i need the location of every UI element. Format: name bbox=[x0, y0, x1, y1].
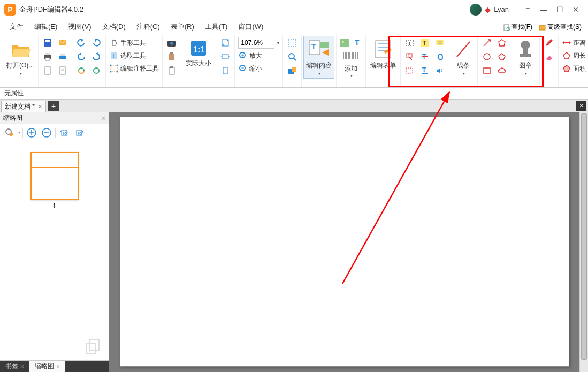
redo-button[interactable] bbox=[89, 36, 103, 49]
attachment-annot-button[interactable] bbox=[433, 50, 447, 63]
menu-form[interactable]: 表单(R) bbox=[165, 20, 200, 34]
stamp-button[interactable]: 图章 ▾ bbox=[514, 36, 537, 78]
canvas-area[interactable] bbox=[109, 112, 588, 372]
pencil-button[interactable] bbox=[542, 36, 556, 49]
zoom-out-button[interactable]: 缩小 bbox=[237, 62, 263, 75]
svg-rect-11 bbox=[45, 67, 50, 74]
page-canvas[interactable] bbox=[120, 117, 569, 367]
blank-button[interactable] bbox=[41, 64, 55, 77]
hand-tool[interactable]: 手形工具 bbox=[108, 36, 147, 49]
menu-comment[interactable]: 注释(C) bbox=[131, 20, 165, 34]
chevron-down-icon[interactable]: ▾ bbox=[277, 41, 279, 45]
add-text-button[interactable]: T bbox=[352, 36, 363, 49]
callout-annot-button[interactable]: T bbox=[403, 50, 417, 63]
pentagon-shape-button[interactable] bbox=[495, 36, 509, 49]
minimize-button[interactable]: — bbox=[536, 2, 552, 18]
menu-tools[interactable]: 工具(T) bbox=[200, 20, 233, 34]
close-icon[interactable]: × bbox=[56, 363, 60, 370]
add-barcode-button[interactable] bbox=[339, 49, 363, 62]
rotate-left-button[interactable] bbox=[74, 50, 88, 63]
mail-button[interactable] bbox=[56, 36, 70, 49]
textbox-annot-button[interactable]: T bbox=[403, 36, 417, 49]
zoom-in-button[interactable]: 放大 bbox=[237, 49, 263, 62]
distance-button[interactable]: 距离 bbox=[561, 36, 587, 49]
menu-button[interactable]: ≡ bbox=[520, 2, 536, 18]
add-image-button[interactable] bbox=[339, 36, 350, 49]
zoom-input[interactable] bbox=[238, 37, 274, 49]
underline-annot-button[interactable]: T bbox=[418, 64, 432, 77]
sidebar-zoomin-button[interactable] bbox=[25, 126, 38, 139]
fit-page-button[interactable] bbox=[218, 36, 232, 49]
pan-button[interactable] bbox=[285, 64, 299, 77]
close-icon[interactable]: × bbox=[20, 363, 24, 370]
area-button[interactable]: 面积 bbox=[561, 62, 587, 75]
note-annot-button[interactable] bbox=[433, 36, 447, 49]
new-tab-button[interactable]: + bbox=[48, 101, 59, 111]
select-tool[interactable]: T 选取工具 bbox=[108, 49, 147, 62]
menu-document[interactable]: 文档(D) bbox=[97, 20, 131, 34]
sidebar-rotleft-button[interactable]: 90° bbox=[58, 126, 71, 139]
edit-content-button[interactable]: T 编辑内容 ▾ bbox=[304, 36, 334, 78]
sidebar-tab-thumbs[interactable]: 缩略图 × bbox=[29, 361, 65, 372]
fit-width-button[interactable] bbox=[218, 50, 232, 63]
svg-text:T: T bbox=[408, 54, 410, 57]
folder-search-icon bbox=[539, 24, 546, 31]
menu-window[interactable]: 窗口(W) bbox=[233, 20, 269, 34]
clipboard-button[interactable] bbox=[165, 50, 179, 63]
close-tab-icon[interactable]: × bbox=[38, 102, 42, 111]
gear-icon bbox=[5, 128, 14, 138]
marquee-zoom-button[interactable] bbox=[285, 36, 299, 49]
advanced-find-button[interactable]: 高级查找(S) bbox=[537, 21, 584, 33]
rect-shape-button[interactable] bbox=[480, 64, 494, 77]
sync-button[interactable] bbox=[74, 64, 88, 77]
menu-edit[interactable]: 编辑(E) bbox=[29, 20, 63, 34]
print-button[interactable] bbox=[41, 50, 55, 63]
lines-button[interactable]: 线条 ▾ bbox=[452, 36, 475, 78]
sidebar-settings-button[interactable] bbox=[3, 126, 16, 139]
open-button[interactable]: 打开(O)... ▾ bbox=[4, 36, 36, 78]
edit-form-button[interactable]: 编辑表单 bbox=[368, 36, 398, 72]
thumbnail-item[interactable]: 1 bbox=[30, 152, 79, 210]
avatar[interactable] bbox=[470, 4, 482, 16]
sidebar-zoomout-button[interactable] bbox=[40, 126, 53, 139]
vertical-scrollbar[interactable] bbox=[579, 112, 588, 372]
refresh-button[interactable] bbox=[89, 64, 103, 77]
circle-shape-button[interactable] bbox=[480, 50, 494, 63]
typewriter-annot-button[interactable]: T bbox=[403, 64, 417, 77]
chevron-down-icon[interactable]: ▾ bbox=[18, 130, 20, 135]
cloud-shape-button[interactable] bbox=[495, 64, 509, 77]
strikeout-annot-button[interactable]: T bbox=[418, 50, 432, 63]
actual-size-button[interactable]: 1:1 实际大小 bbox=[184, 36, 213, 70]
highlight-annot-button[interactable]: T bbox=[418, 36, 432, 49]
clipboard2-button[interactable] bbox=[165, 64, 179, 77]
pentagon2-shape-button[interactable] bbox=[495, 50, 509, 63]
sidebar-close-icon[interactable]: × bbox=[102, 115, 105, 122]
page-button[interactable] bbox=[56, 64, 70, 77]
camera-button[interactable] bbox=[165, 36, 179, 49]
scan-button[interactable] bbox=[56, 50, 70, 63]
save-button[interactable] bbox=[41, 36, 55, 49]
sidebar-tab-bookmark[interactable]: 书签 × bbox=[0, 361, 29, 372]
scroll-thumb[interactable] bbox=[581, 113, 587, 360]
fit-height-button[interactable] bbox=[218, 64, 232, 77]
find-button[interactable]: 查找(F) bbox=[501, 21, 534, 33]
sidebar-rotright-button[interactable]: 90° bbox=[73, 126, 86, 139]
sound-annot-button[interactable] bbox=[433, 64, 447, 77]
close-panel-button[interactable]: ✕ bbox=[576, 101, 586, 111]
rotate-right-button[interactable] bbox=[89, 50, 103, 63]
loupe-button[interactable] bbox=[285, 50, 299, 63]
menu-view[interactable]: 视图(V) bbox=[63, 20, 96, 34]
maximize-button[interactable]: ☐ bbox=[552, 2, 568, 18]
eraser-button[interactable] bbox=[542, 50, 556, 63]
undo-button[interactable] bbox=[74, 36, 88, 49]
chevron-down-icon: ▾ bbox=[318, 71, 320, 76]
edit-annot-tool[interactable]: 编辑注释工具 bbox=[108, 62, 160, 75]
menu-file[interactable]: 文件 bbox=[4, 20, 29, 34]
document-tab[interactable]: 新建文档 * × bbox=[1, 101, 46, 112]
thumbnails-list[interactable]: 1 bbox=[0, 141, 109, 360]
perimeter-button[interactable]: 周长 bbox=[561, 49, 587, 62]
arrow-shape-button[interactable] bbox=[480, 36, 494, 49]
user-area[interactable]: ◆ Lyan bbox=[470, 4, 509, 16]
close-button[interactable]: ✕ bbox=[568, 2, 584, 18]
thumbnail-page[interactable] bbox=[30, 152, 79, 200]
